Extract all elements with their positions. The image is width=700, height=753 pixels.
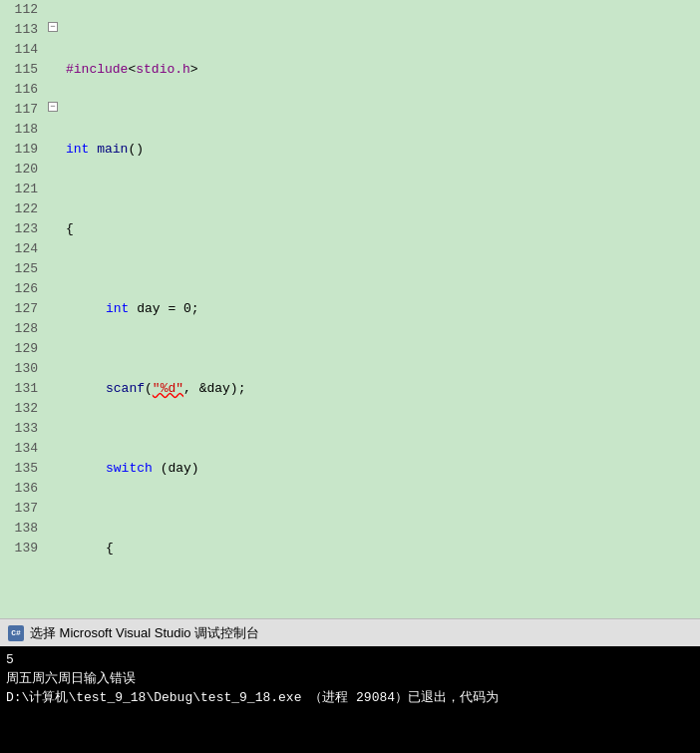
console-header: C# 选择 Microsoft Visual Studio 调试控制台 [0,618,700,646]
code-line-118: { [66,539,700,559]
line-numbers: 112 113 114 115 116 117 118 119 120 121 … [0,0,46,618]
console-output-1: 5 [6,650,694,669]
ln-133: 133 [0,419,38,439]
ln-124: 124 [0,239,38,259]
ln-123: 123 [0,219,38,239]
collapse-switch-icon[interactable]: − [48,102,58,112]
ln-131: 131 [0,379,38,399]
ln-112: 112 [0,0,38,20]
code-content: #include<stdio.h> int main() { int day =… [62,0,700,618]
ln-137: 137 [0,499,38,519]
ln-127: 127 [0,299,38,319]
ln-138: 138 [0,519,38,539]
console-output-2: 周五周六周日输入错误 [6,669,694,688]
ln-136: 136 [0,479,38,499]
code-line-115: int day = 0; [66,299,700,319]
console-output-3: D:\计算机\test_9_18\Debug\test_9_18.exe （进程… [6,688,694,707]
ln-121: 121 [0,180,38,199]
ln-115: 115 [0,60,38,80]
ln-126: 126 [0,279,38,299]
ln-119: 119 [0,140,38,160]
code-line-113: int main() [66,140,700,160]
ln-128: 128 [0,319,38,339]
collapse-column: − − [46,0,62,618]
collapse-main-icon[interactable]: − [48,22,58,32]
console-area: 5 周五周六周日输入错误 D:\计算机\test_9_18\Debug\test… [0,646,700,753]
ln-113: 113 [0,20,38,40]
ln-116: 116 [0,80,38,100]
ln-125: 125 [0,259,38,279]
ln-129: 129 [0,339,38,359]
ln-122: 122 [0,199,38,219]
vs-icon: C# [8,625,24,641]
ln-132: 132 [0,399,38,419]
ln-118: 118 [0,120,38,140]
code-line-116: scanf("%d", &day); [66,379,700,399]
ln-139: 139 [0,539,38,559]
ln-135: 135 [0,459,38,479]
console-title: 选择 Microsoft Visual Studio 调试控制台 [30,624,259,642]
code-line-117: switch (day) [66,459,700,479]
ln-120: 120 [0,160,38,180]
ln-130: 130 [0,359,38,379]
ln-134: 134 [0,439,38,459]
code-line-114: { [66,219,700,239]
ln-117: 117 [0,100,38,120]
editor-area: 112 113 114 115 116 117 118 119 120 121 … [0,0,700,618]
ln-114: 114 [0,40,38,60]
code-line-112: #include<stdio.h> [66,60,700,80]
